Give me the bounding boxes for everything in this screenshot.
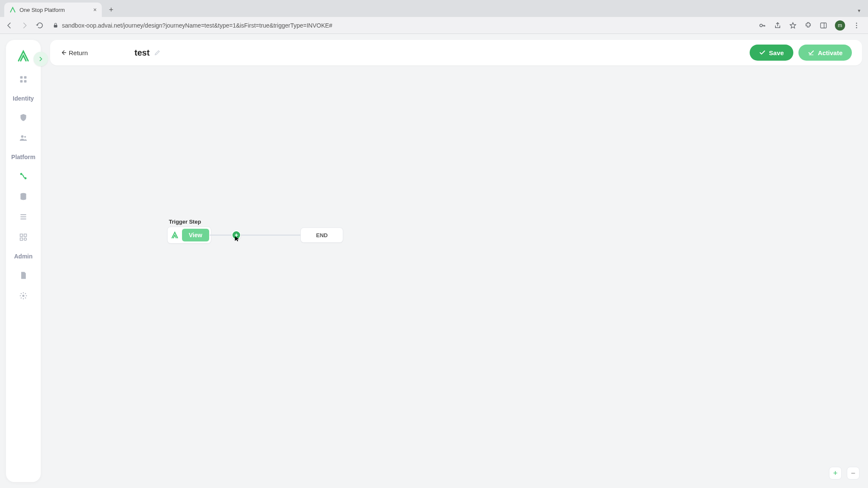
password-key-icon[interactable] <box>759 22 766 29</box>
tab-close-icon[interactable]: × <box>93 6 97 13</box>
sidebar-section-identity: Identity <box>13 95 34 102</box>
svg-rect-21 <box>20 238 23 241</box>
browser-address-bar: sandbox-oop.advai.net/journey/design?jou… <box>0 17 868 34</box>
trigger-view-button[interactable]: View <box>182 229 209 241</box>
nav-dashboard-icon[interactable] <box>19 75 28 84</box>
svg-point-1 <box>760 24 762 27</box>
activate-label: Activate <box>818 49 843 56</box>
activate-check-icon <box>808 49 815 56</box>
svg-point-5 <box>856 25 857 26</box>
return-label: Return <box>69 49 88 56</box>
svg-rect-0 <box>54 25 57 27</box>
side-panel-icon[interactable] <box>820 22 827 29</box>
app-logo-icon[interactable] <box>16 48 31 64</box>
save-check-icon <box>759 49 766 56</box>
nav-users-icon[interactable] <box>19 133 28 143</box>
end-label: END <box>316 232 328 238</box>
trigger-node-icon <box>169 230 180 241</box>
svg-point-6 <box>856 27 857 28</box>
end-node[interactable]: END <box>300 227 343 243</box>
svg-rect-10 <box>24 80 27 83</box>
nav-verification-icon[interactable] <box>19 113 28 122</box>
sidebar-section-platform: Platform <box>11 154 36 160</box>
trigger-step-label: Trigger Step <box>169 219 201 225</box>
svg-point-4 <box>856 22 857 24</box>
zoom-in-button[interactable]: + <box>829 467 842 480</box>
nav-list-icon[interactable] <box>19 212 28 222</box>
svg-rect-20 <box>24 234 27 237</box>
svg-rect-7 <box>20 76 23 79</box>
lock-icon <box>53 22 59 28</box>
tab-title: One Stop Platform <box>20 7 65 13</box>
nav-apps-icon[interactable] <box>19 233 28 242</box>
sidebar-expand-button[interactable] <box>34 52 48 66</box>
journey-canvas[interactable]: Trigger Step View + <box>50 69 862 482</box>
url-field[interactable]: sandbox-oop.advai.net/journey/design?jou… <box>50 19 753 32</box>
cursor-icon <box>234 236 240 242</box>
browser-tab-strip: One Stop Platform × + ▾ <box>0 0 868 17</box>
favicon-icon <box>9 6 16 13</box>
tabs-overflow-icon[interactable]: ▾ <box>858 8 860 14</box>
sidebar: Identity Platform <box>6 40 41 482</box>
share-icon[interactable] <box>774 22 781 29</box>
save-label: Save <box>769 49 784 56</box>
app-viewport: Identity Platform <box>0 34 868 488</box>
nav-settings-icon[interactable] <box>19 291 28 300</box>
bookmark-star-icon[interactable] <box>789 22 797 29</box>
url-text: sandbox-oop.advai.net/journey/design?jou… <box>62 22 332 29</box>
svg-point-12 <box>24 136 26 137</box>
nav-forward-icon <box>20 20 30 31</box>
nav-reload-icon[interactable] <box>35 20 45 31</box>
profile-avatar[interactable]: m <box>835 20 845 31</box>
nav-database-icon[interactable] <box>19 192 28 201</box>
trigger-node[interactable]: View <box>167 227 211 244</box>
svg-rect-2 <box>820 23 826 28</box>
svg-rect-19 <box>20 234 23 237</box>
nav-back-icon[interactable] <box>4 20 14 31</box>
svg-point-23 <box>22 295 25 297</box>
extensions-icon[interactable] <box>804 22 812 29</box>
svg-point-11 <box>21 135 24 138</box>
topbar: Return test Save <box>50 40 862 65</box>
avatar-initial: m <box>838 22 842 28</box>
save-button[interactable]: Save <box>750 45 793 61</box>
view-label: View <box>189 232 202 238</box>
sidebar-section-admin: Admin <box>14 253 33 260</box>
connector-line <box>210 235 307 236</box>
kebab-menu-icon[interactable] <box>853 22 860 29</box>
zoom-controls: + − <box>829 467 860 480</box>
svg-rect-8 <box>24 76 27 79</box>
new-tab-button[interactable]: + <box>105 4 117 16</box>
edit-title-icon[interactable] <box>154 49 161 56</box>
journey-title: test <box>134 48 150 58</box>
zoom-out-button[interactable]: − <box>847 467 860 480</box>
browser-tab[interactable]: One Stop Platform × <box>4 3 102 17</box>
return-button[interactable]: Return <box>60 49 88 56</box>
activate-button[interactable]: Activate <box>798 45 852 61</box>
arrow-left-icon <box>60 49 67 56</box>
nav-journeys-icon[interactable] <box>19 171 28 181</box>
svg-point-22 <box>24 238 27 241</box>
nav-docs-icon[interactable] <box>19 271 28 280</box>
svg-rect-9 <box>20 80 23 83</box>
